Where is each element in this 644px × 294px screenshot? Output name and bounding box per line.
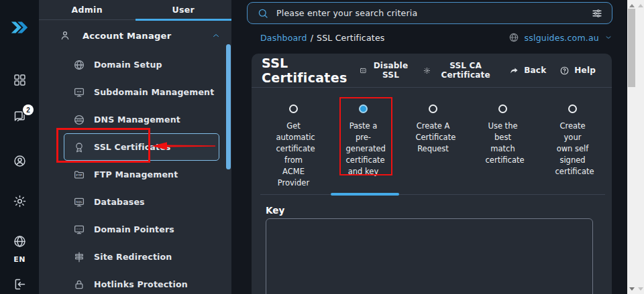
svg-text:SQL: SQL (76, 200, 83, 203)
radio-acme[interactable] (289, 104, 298, 113)
database-icon: SQL (73, 196, 85, 208)
menu-item-label: Hotlinks Protection (94, 279, 188, 289)
globe-icon (73, 59, 85, 71)
selected-option-indicator (331, 193, 399, 196)
sidebar-section-account-manager[interactable]: Account Manager (39, 20, 231, 51)
logout-icon (13, 277, 27, 291)
person-icon (59, 29, 71, 42)
messages-icon[interactable]: 2 (0, 109, 39, 123)
menu-item-label: Domain Setup (94, 60, 162, 70)
page-title: SSL Certificates (262, 56, 360, 85)
header-actions: Disable SSL SSL CA Certificate Back Help (360, 61, 596, 80)
search-input[interactable] (276, 8, 584, 18)
scroll-up-arrow[interactable] (629, 4, 635, 7)
account-icon[interactable] (0, 154, 39, 168)
radio-paste[interactable] (359, 104, 368, 113)
sign-out-icon[interactable] (0, 277, 39, 291)
monitor-icon (73, 86, 85, 98)
option-certificate-request[interactable]: Create A Certificate Request (400, 104, 466, 189)
globe-icon (508, 32, 519, 43)
domain-name: sslguides.com.au (525, 33, 599, 43)
action-label: SSL CA Certificate (435, 61, 496, 80)
certificate-icon (73, 141, 85, 153)
chevron-down-icon (604, 33, 612, 42)
inner-scrollbar-thumb[interactable] (628, 9, 635, 87)
sidebar: Admin User Account Manager Domain Setup … (39, 0, 231, 294)
menu-item-label: FTP Management (94, 169, 178, 179)
language-globe-icon[interactable] (0, 234, 39, 248)
options-divider (260, 194, 605, 195)
directadmin-logo[interactable] (0, 17, 39, 38)
menu-item-label: Subdomain Management (94, 87, 214, 97)
radio-request[interactable] (429, 104, 437, 113)
dns-icon (73, 114, 85, 126)
menu-item-label: Domain Pointers (94, 224, 174, 234)
sidebar-item-dns-management[interactable]: DNS Management (64, 106, 219, 133)
sidebar-item-ftp-management[interactable]: FTP FTP Management (64, 161, 219, 188)
breadcrumb-current: SSL Certificates (317, 33, 384, 43)
domain-selector[interactable]: sslguides.com.au (508, 32, 612, 43)
radio-best-match[interactable] (498, 104, 507, 113)
option-best-match[interactable]: Use the best match certificate (470, 104, 536, 189)
menu-item-label: DNS Management (94, 115, 180, 125)
help-button[interactable]: Help (559, 61, 596, 80)
tab-admin[interactable]: Admin (39, 0, 136, 19)
ssl-ca-certificate-button[interactable]: SSL CA Certificate (423, 61, 496, 80)
sidebar-item-domain-pointers[interactable]: Domain Pointers (64, 216, 219, 243)
person-circle-icon (13, 154, 27, 168)
option-label: Create your own self signed certificate (555, 121, 590, 177)
option-self-signed[interactable]: Create your own self signed certificate (539, 104, 606, 189)
padlock-icon (73, 279, 85, 291)
svg-text:FTP: FTP (76, 173, 82, 177)
grid-icon (13, 73, 27, 87)
window-code-icon (360, 66, 367, 76)
sidebar-item-databases[interactable]: SQL Databases (64, 188, 219, 216)
sidebar-menu: Domain Setup Subdomain Management DNS Ma… (39, 51, 231, 294)
breadcrumb: Dashboard / SSL Certificates sslguides.c… (260, 31, 612, 44)
card-header: SSL Certificates Disable SSL SSL CA Cert… (252, 54, 612, 88)
sidebar-item-ssl-certificates[interactable]: SSL Certificates (64, 133, 219, 161)
language-label: EN (0, 255, 39, 264)
ssl-certificates-card: SSL Certificates Disable SSL SSL CA Cert… (252, 54, 612, 294)
option-label: Paste a pre-generated certificate and ke… (346, 121, 381, 177)
disable-ssl-button[interactable]: Disable SSL (360, 61, 410, 80)
sidebar-item-hotlinks-protection[interactable]: Hotlinks Protection (64, 271, 219, 294)
menu-item-label: Databases (94, 197, 145, 207)
ftp-folder-icon: FTP (73, 169, 85, 181)
breadcrumb-dashboard-link[interactable]: Dashboard (260, 33, 307, 43)
chevron-up-icon (211, 31, 221, 40)
key-textarea[interactable] (266, 218, 593, 294)
menu-item-label: SSL Certificates (94, 142, 171, 152)
action-label: Help (574, 66, 596, 75)
option-label: Get automatic certificate from ACME Prov… (276, 121, 311, 189)
active-tab-indicator (136, 19, 232, 21)
key-field-label: Key (266, 205, 284, 216)
outer-scroll-up-arrow[interactable] (638, 4, 643, 7)
help-circle-icon (559, 66, 570, 76)
outer-scroll-down-arrow[interactable] (638, 287, 643, 291)
action-label: Disable SSL (372, 61, 411, 80)
search-icon (257, 7, 269, 19)
option-acme-certificate[interactable]: Get automatic certificate from ACME Prov… (260, 104, 327, 189)
sidebar-tabs: Admin User (39, 0, 231, 20)
sidebar-scrollbar-thumb[interactable] (226, 44, 231, 169)
sidebar-item-domain-setup[interactable]: Domain Setup (64, 51, 219, 78)
sidebar-item-site-redirection[interactable]: Site Redirection (64, 243, 219, 271)
gear-icon (423, 66, 431, 76)
section-label: Account Manager (83, 31, 171, 41)
settings-gear-icon[interactable] (0, 194, 39, 208)
back-button[interactable]: Back (509, 61, 546, 80)
directadmin-logo-icon (9, 17, 30, 38)
option-paste-certificate[interactable]: Paste a pre-generated certificate and ke… (330, 104, 396, 189)
sidebar-item-subdomain-management[interactable]: Subdomain Management (64, 78, 219, 106)
notification-badge: 2 (23, 104, 34, 115)
scroll-down-arrow[interactable] (629, 287, 635, 291)
filter-sliders-icon[interactable] (591, 7, 603, 19)
back-arrow-icon (509, 66, 519, 76)
radio-self-signed[interactable] (568, 104, 577, 113)
directadmin-app: 2 EN Admin User Account Manager Domain S… (0, 0, 644, 294)
page-scrollbars (627, 0, 644, 294)
tab-user[interactable]: User (136, 0, 232, 19)
search-bar (247, 2, 612, 24)
apps-grid-icon[interactable] (0, 73, 39, 87)
